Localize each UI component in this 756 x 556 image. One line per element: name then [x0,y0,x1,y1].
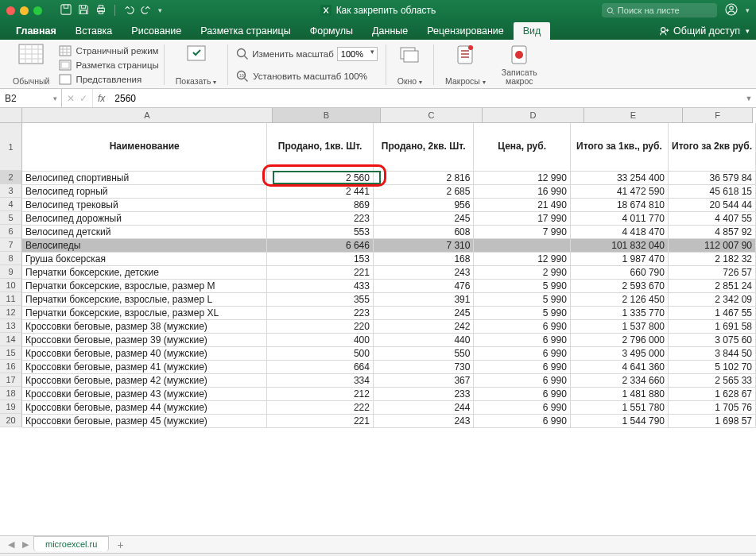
macros-dropdown[interactable]: Макросы ▾ [439,43,492,87]
select-all-corner[interactable] [0,108,22,123]
show-dropdown[interactable]: Показать ▾ [169,43,223,87]
search-box[interactable] [602,3,717,17]
cell[interactable]: 101 832 040 [570,238,668,252]
sheet-tab[interactable]: microexcel.ru [33,536,109,551]
row-header-2[interactable]: 2 [0,171,22,184]
cell[interactable]: Велосипед спортивный [22,171,267,184]
cell[interactable]: 2 816 [373,171,473,184]
name-box[interactable]: B2 [0,89,62,107]
cell[interactable]: 1 628 67 [668,387,755,400]
cell[interactable]: 660 790 [570,265,668,279]
cell[interactable]: 550 [373,346,473,360]
fx-label[interactable]: fx [93,93,110,104]
row-header-19[interactable]: 19 [0,400,22,414]
cell[interactable]: 16 990 [474,184,570,198]
cell[interactable]: 3 495 000 [570,346,668,360]
redo-icon[interactable] [141,4,152,17]
row-header-14[interactable]: 14 [0,333,22,346]
cell[interactable]: 1 481 880 [570,387,668,400]
cell[interactable]: 1 467 55 [668,306,755,319]
cell[interactable]: 221 [267,265,374,279]
column-header-B[interactable]: B [273,108,381,123]
cell[interactable]: 6 990 [474,346,570,360]
cell[interactable]: 355 [267,292,374,306]
cell[interactable]: 2 593 670 [570,279,668,292]
undo-icon[interactable] [123,4,134,17]
cell[interactable]: 2 685 [373,184,473,198]
record-macro-button[interactable]: Записать макрос [495,43,544,87]
row-header-4[interactable]: 4 [0,198,22,211]
cell[interactable]: 212 [267,387,374,400]
cell[interactable]: 6 990 [474,319,570,333]
row-header-15[interactable]: 15 [0,346,22,360]
accept-formula-icon[interactable]: ✓ [79,93,87,104]
cell[interactable]: 18 674 810 [570,198,668,211]
row-header-13[interactable]: 13 [0,319,22,333]
cell[interactable]: 2 342 09 [668,292,755,306]
row-header-10[interactable]: 10 [0,279,22,292]
cell[interactable]: Велосипед горный [22,184,267,198]
cell[interactable]: 608 [373,225,473,238]
cell[interactable]: 17 990 [474,211,570,225]
tab-page-layout[interactable]: Разметка страницы [191,22,300,40]
cell[interactable]: 33 254 400 [570,171,668,184]
cell[interactable]: 1 544 790 [570,414,668,427]
cell[interactable]: 440 [373,333,473,346]
zoom-100-button[interactable]: 100 Установить масштаб 100% [236,69,377,83]
cell[interactable]: 391 [373,292,473,306]
cell[interactable]: 7 990 [474,225,570,238]
formula-input[interactable] [110,89,742,107]
cell[interactable]: Перчатки боксерские, взрослые, размер M [22,279,267,292]
cell[interactable]: 334 [267,373,374,387]
cell[interactable]: 168 [373,252,473,265]
tab-data[interactable]: Данные [362,22,417,40]
row-header-16[interactable]: 16 [0,360,22,373]
row-header-6[interactable]: 6 [0,225,22,238]
cell[interactable]: 153 [267,252,374,265]
row-header-12[interactable]: 12 [0,306,22,319]
cell[interactable]: 4 857 92 [668,225,755,238]
sheet-nav-next[interactable]: ▶ [19,539,32,550]
autosave-icon[interactable] [60,4,72,17]
cell[interactable]: Велосипед дорожный [22,211,267,225]
cell[interactable]: 6 990 [474,333,570,346]
row-header-17[interactable]: 17 [0,373,22,387]
cell[interactable]: 2 990 [474,265,570,279]
cell[interactable]: 956 [373,198,473,211]
tab-review[interactable]: Рецензирование [417,22,514,40]
cell[interactable] [474,238,570,252]
add-sheet-button[interactable]: + [110,539,130,551]
window-dropdown[interactable]: Окно ▾ [391,43,428,87]
cell[interactable]: 244 [373,400,473,414]
cell[interactable]: 112 007 90 [668,238,755,252]
cell[interactable]: 1 335 770 [570,306,668,319]
header-cell[interactable]: Наименование [22,123,267,171]
cell[interactable]: 3 844 50 [668,346,755,360]
cell[interactable]: 41 472 590 [570,184,668,198]
cell[interactable]: 233 [373,387,473,400]
cell[interactable]: 1 691 58 [668,319,755,333]
cell[interactable]: 1 537 800 [570,319,668,333]
print-icon[interactable] [95,4,107,17]
cell[interactable]: 367 [373,373,473,387]
cell[interactable]: 6 990 [474,400,570,414]
cell[interactable]: 20 544 44 [668,198,755,211]
tab-formulas[interactable]: Формулы [300,22,362,40]
cell[interactable]: 1 987 470 [570,252,668,265]
row-header-5[interactable]: 5 [0,211,22,225]
zoom-select[interactable]: 100% [337,47,378,61]
row-header-3[interactable]: 3 [0,184,22,198]
column-header-F[interactable]: F [683,108,753,123]
row-header-1[interactable]: 1 [0,123,22,171]
cell[interactable]: Перчатки боксерские, взрослые, размер L [22,292,267,306]
row-header-18[interactable]: 18 [0,387,22,400]
column-header-C[interactable]: C [381,108,483,123]
cell[interactable]: Велосипеды [22,238,267,252]
cell[interactable]: 242 [373,319,473,333]
tab-insert[interactable]: Вставка [66,22,122,40]
cell[interactable]: 6 990 [474,414,570,427]
cell[interactable]: 726 57 [668,265,755,279]
cell[interactable]: 2 851 24 [668,279,755,292]
cell[interactable]: 869 [267,198,374,211]
cell[interactable]: 223 [267,306,374,319]
